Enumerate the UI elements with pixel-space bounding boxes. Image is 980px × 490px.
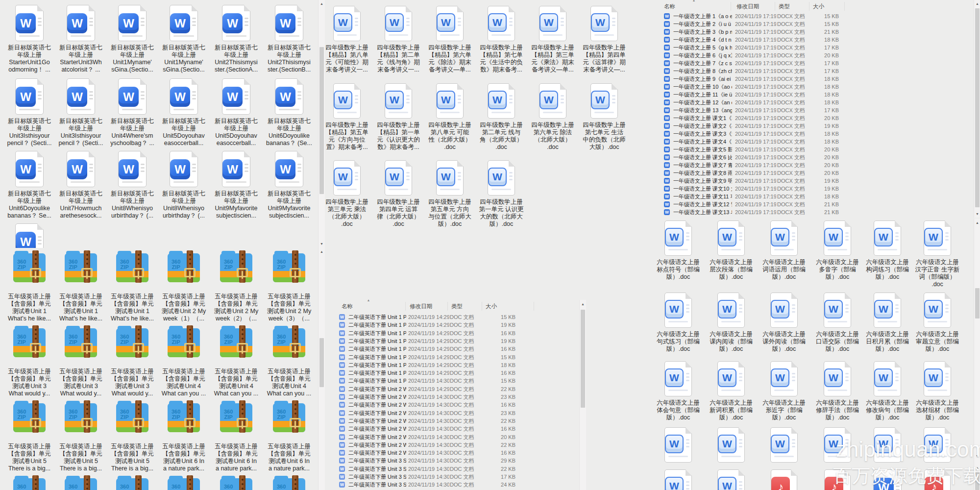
file-row[interactable]: W二年级英语下册 Unit 2 Weather Lesso...2024/11/… [331, 410, 579, 417]
file-tile[interactable]: W六年级语文上册 口语交际（部编 版）.doc [812, 293, 863, 353]
file-row[interactable]: W二年级英语下册 Unit 1 Playtime Lesso...2024/11… [331, 362, 579, 369]
file-tile[interactable]: W [4, 223, 55, 248]
file-row[interactable]: W二年级英语下册 Unit 1 Playtime Lesso...2024/11… [331, 314, 579, 321]
file-row[interactable]: W一年级语文上册 13《ang eng ing on...2024/11/19 … [656, 107, 974, 115]
file-tile[interactable]: W四年级数学上册 第五单元 方向 与位置（北师大 版）.doc [424, 160, 475, 228]
file-tile[interactable]: W新目标版英语七 年级上册 Unit8Whenisyo urbirthday？ … [107, 151, 158, 220]
file-row[interactable]: W二年级英语下册 Unit 3 Seasons Lesso...2024/11/… [331, 457, 579, 465]
file-tile[interactable]: W四年级数学上册 第七单元 生活 中的负数（北师 大版）.doc [579, 83, 630, 151]
file-row[interactable]: W一年级语文上册 5《g k h》同步练习（...2024/11/19 17:1… [656, 44, 974, 52]
file-tile[interactable]: 360 ZIP五年级英语上册 【含音频】单元 测试卷Unit 6 In a na… [211, 401, 262, 472]
file-row[interactable]: W一年级语文上册 课文13 乌鸦喝水 同...2024/11/19 17:19D… [656, 209, 974, 217]
file-row[interactable]: W一年级语文上册 2《i u ü y w》同步练...2024/11/19 17… [656, 21, 974, 28]
file-row[interactable]: W二年级英语下册 Unit 1 Playtime Lesso...2024/11… [331, 369, 579, 377]
file-tile[interactable]: 360 ZIP [107, 476, 158, 490]
file-tile[interactable]: 360 ZIP五年级英语上册 【含音频】单元 测试卷Unit 2 My week… [158, 251, 209, 322]
file-row[interactable]: W二年级英语下册 Unit 2 Weather Lesso...2024/11/… [331, 386, 579, 393]
scroll-up-icon[interactable]: ▲ [580, 301, 586, 307]
file-row[interactable]: W二年级英语下册 Unit 2 Weather Lesso...2024/11/… [331, 441, 579, 449]
file-tile[interactable]: 360 ZIP五年级英语上册 【含音频】单元 测试卷Unit 5 There i… [107, 401, 158, 472]
file-row[interactable]: W二年级英语下册 Unit 1 Playtime Lesso...2024/11… [331, 377, 579, 385]
file-row[interactable]: W一年级语文上册 课文8 雨点儿 同步练...2024/11/19 17:19D… [656, 170, 974, 177]
column-header[interactable]: 名称 [340, 302, 406, 311]
file-tile[interactable]: W六年级语文上册 课外阅读（部编 版）.doc [759, 293, 809, 353]
file-tile[interactable]: W四年级数学上册 【精品】第四单 元《运算律》期 末备考讲义—... [579, 6, 630, 74]
file-row[interactable]: W二年级英语下册 Unit 2 Weather Lesso...2024/11/… [331, 393, 579, 401]
file-tile[interactable]: 360 ZIP [4, 476, 55, 490]
file-tile[interactable]: W四年级数学上册 【精品】第七单 元《生活中的负 数》期末备考... [476, 6, 527, 74]
file-tile[interactable]: W六年级语文上册 形近字（部编 版）.doc [759, 361, 809, 421]
file-tile[interactable]: 360 ZIP五年级英语上册 【含音频】单元 测试卷Unit 3 What wo… [4, 326, 55, 397]
column-header[interactable]: 类型 [777, 2, 809, 11]
scrollbar-middle-list[interactable]: ▲ [579, 300, 586, 490]
file-row[interactable]: W二年级英语下册 Unit 2 Weather Lesso...2024/11/… [331, 434, 579, 441]
scroll-up-icon[interactable]: ▲ [318, 248, 325, 255]
column-header[interactable]: 大小 [484, 302, 534, 311]
file-row[interactable]: W一年级语文上册 3《b p m f》同步练...2024/11/19 17:1… [656, 28, 974, 36]
file-row[interactable]: W一年级语文上册 课文7 青蛙写诗 同步...2024/11/19 17:19D… [656, 162, 974, 170]
scroll-down-icon[interactable]: ▼ [318, 241, 325, 247]
scroll-thumb[interactable] [975, 288, 980, 318]
file-row[interactable]: W一年级语文上册 课文6 比尾巴 同步练...2024/11/19 17:19D… [656, 154, 974, 162]
scroll-up-icon[interactable]: ▲ [318, 0, 325, 7]
file-tile[interactable]: W六年级语文上册 课内阅读（部编 版）.doc [706, 293, 757, 353]
file-tile[interactable]: 360 ZIP五年级英语上册 【含音频】单元 测试卷Unit 5 There i… [4, 401, 55, 472]
file-tile[interactable]: W新目标版英语七 年级上册 Unit3Isthisyour pencil？ (S… [4, 78, 55, 147]
file-tile[interactable]: 360 ZIP五年级英语上册 【含音频】单元 测试卷Unit 4 What ca… [158, 326, 209, 397]
file-tile[interactable]: W六年级语文上册 多音字（部编 版）.doc [812, 220, 863, 281]
file-row[interactable]: W二年级英语下册 Unit 1 Playtime Lesso...2024/11… [331, 338, 579, 345]
file-row[interactable]: W二年级英语下册 Unit 1 Playtime Lesso...2024/11… [331, 345, 579, 353]
file-tile[interactable]: 360 ZIP五年级英语上册 【含音频】单元 测试卷Unit 4 What ca… [264, 326, 315, 397]
file-tile[interactable]: W四年级数学上册 【精品】第五单 元《方向与位 置》期末备考... [323, 83, 372, 151]
file-tile[interactable]: W六年级语文上册 体会句意（部编 版）.doc [656, 361, 704, 421]
column-header[interactable]: 修改日期 [408, 302, 448, 311]
file-tile[interactable]: 360 ZIP [158, 476, 209, 490]
file-tile[interactable]: W新目标版英语七 年级上册 Unit4Where'sm yschoolbag？ … [107, 78, 158, 147]
column-header[interactable]: 名称 [662, 2, 731, 11]
file-row[interactable]: W一年级语文上册 7《z c s》同步练习（...2024/11/19 17:1… [656, 60, 974, 68]
file-tile[interactable]: 360 ZIP五年级英语上册 【含音频】单元 测试卷Unit 6 In a na… [264, 401, 315, 472]
file-row[interactable]: W一年级语文上册 课文5 影子 同步练习...2024/11/19 17:19D… [656, 146, 974, 154]
file-row[interactable]: W二年级英语下册 Unit 2 Weather Lesso...2024/11/… [331, 425, 579, 433]
file-tile[interactable]: 360 ZIP [264, 476, 315, 490]
file-tile[interactable]: 360 ZIP [211, 476, 262, 490]
file-tile[interactable]: 360 ZIP五年级英语上册 【含音频】单元 测试卷Unit 3 What wo… [55, 326, 106, 397]
file-row[interactable]: W二年级英语下册 Unit 3 Seasons Lesso...2024/11/… [331, 481, 579, 489]
file-row[interactable]: W一年级语文上册 课文2《小小的船》同...2024/11/19 17:19DO… [656, 122, 974, 130]
file-tile[interactable]: W四年级数学上册 第六单元 除法 （北师大版） .doc [527, 83, 578, 151]
file-row[interactable]: W一年级语文上册 课文11 项链 同步练...2024/11/19 17:19D… [656, 193, 974, 201]
file-tile[interactable]: 360 ZIP [55, 476, 106, 490]
column-header[interactable]: 修改日期 [735, 2, 775, 11]
file-tile[interactable]: W四年级数学上册 【精品】第三单 元《乘法》期末 备考讲义—单... [527, 6, 578, 74]
file-tile[interactable]: W四年级数学上册 【精品】第一单 元《认识更大的 数》期末备考... [373, 83, 424, 151]
file-row[interactable]: W二年级英语下册 Unit 1 Playtime Lesso...2024/11… [331, 354, 579, 362]
file-tile[interactable]: W四年级数学上册 第四单元 运算 律（北师大版） .doc [373, 160, 424, 228]
file-tile[interactable]: W新目标版英语七 年级上册 Unit9Myfavorite subjectisc… [264, 151, 315, 220]
file-tile[interactable]: 360 ZIP五年级英语上册 【含音频】单元 测试卷Unit 1 What's … [4, 251, 55, 322]
file-tile[interactable]: W新目标版英语七 年级上册 Unit1Myname' sGina.(Sectio… [107, 5, 158, 74]
file-row[interactable]: W一年级语文上册 10《ao ou iu》同步...2024/11/19 17:… [656, 83, 974, 91]
file-tile[interactable]: W六年级语文上册 修改病句（部编 版）.doc [862, 361, 913, 421]
file-tile[interactable]: W [706, 469, 757, 490]
file-row[interactable]: W一年级语文上册 9《ai ei ui》同步练习...2024/11/19 17… [656, 75, 974, 83]
file-tile[interactable]: W四年级数学上册 【精品】第六单 元《除法》期末 备考讲义—单... [424, 6, 475, 74]
file-tile[interactable]: W新目标版英语七 年级上册 Unit2Thisismysi ster.(Sect… [264, 5, 315, 74]
file-tile[interactable]: 360 ZIP五年级英语上册 【含音频】单元 测试卷Unit 5 There i… [55, 401, 106, 472]
scroll-up-icon[interactable]: ▲ [974, 0, 980, 7]
file-row[interactable]: W一年级语文上册 8《zh ch shi r》同步...2024/11/19 1… [656, 68, 974, 75]
scroll-up-icon[interactable]: ▲ [974, 220, 980, 226]
file-tile[interactable]: W六年级语文上册 词语运用（部编 版）.doc [759, 220, 809, 281]
file-row[interactable]: W一年级语文上册 课文3《江南》同步练...2024/11/19 17:19DO… [656, 130, 974, 138]
file-tile[interactable]: W六年级语文上册 句式练习（部编 版）.doc [656, 293, 704, 353]
file-tile[interactable]: W新目标版英语七 年级上册 Unit2Thisismysi ster.(Sect… [211, 5, 262, 74]
file-tile[interactable]: W六年级语文上册 选材组材（部编 版）.doc [912, 361, 963, 421]
file-tile[interactable]: W新目标版英语七 年级上册 StarterUnit3Wh atcolorisit… [55, 5, 106, 74]
file-row[interactable]: W一年级语文上册 课文4《四季》同步练...2024/11/19 17:19DO… [656, 138, 974, 146]
scrollbar-zip-panel[interactable]: ▲ [318, 248, 325, 490]
file-row[interactable]: W一年级语文上册 4《d t n l》同步练习...2024/11/19 17:… [656, 36, 974, 44]
file-row[interactable]: W一年级语文上册 课文9 明天要远足 同...2024/11/19 17:19D… [656, 177, 974, 185]
file-tile[interactable]: W新目标版英语七 年级上册 Unit5Doyouhav easoccerball… [211, 78, 262, 147]
file-tile[interactable]: W新目标版英语七 年级上册 Unit9Myfavorite subjectisc… [211, 151, 262, 220]
file-tile[interactable]: W新目标版英语七 年级上册 Unit6Doyoulike bananas？ Se… [4, 151, 55, 220]
scroll-thumb[interactable] [975, 8, 980, 207]
